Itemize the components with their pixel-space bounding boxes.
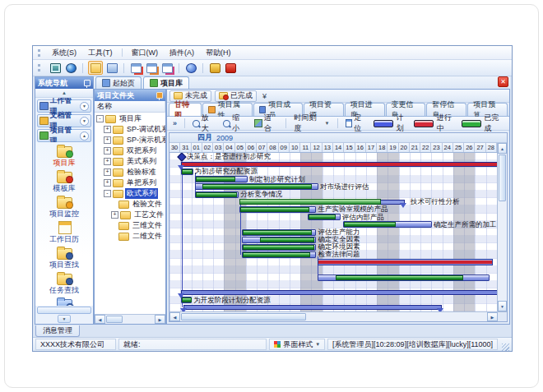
scroll-left-icon[interactable]: ◀: [95, 315, 105, 324]
sidebar-item-project-library[interactable]: 项目库: [53, 145, 76, 168]
window-mail-3-button[interactable]: [160, 62, 174, 74]
timescale-dropdown[interactable]: 时间刻度▼: [291, 112, 332, 135]
expand-icon[interactable]: +: [111, 211, 118, 219]
globe-button[interactable]: [64, 62, 77, 74]
expand-icon[interactable]: +: [104, 179, 111, 187]
expand-icon[interactable]: +: [104, 168, 111, 176]
menu-help[interactable]: 帮助(H): [200, 47, 237, 59]
pin-icon[interactable]: [156, 92, 163, 99]
menu-system[interactable]: 系统(S): [46, 47, 82, 59]
summary-bar[interactable]: [183, 305, 442, 310]
task-bar[interactable]: [242, 251, 317, 258]
sidebar-item-project-doc-search[interactable]: 项目文档查找: [42, 297, 86, 306]
scroll-right-icon[interactable]: ▶: [155, 315, 165, 324]
tab-start-page[interactable]: 起始页: [95, 76, 142, 89]
scrollbar-thumb[interactable]: [106, 316, 123, 323]
menubar-grip[interactable]: [38, 49, 42, 57]
main-toolbar: [33, 60, 512, 76]
toolbar-separator: [202, 63, 203, 73]
chevron-up-icon[interactable]: ▲: [80, 131, 89, 141]
expand-icon[interactable]: +: [104, 158, 111, 165]
window-mail-2-button[interactable]: [145, 62, 158, 74]
task-bar[interactable]: [195, 176, 248, 182]
task-bar[interactable]: [239, 206, 317, 213]
task-bar[interactable]: [181, 168, 193, 175]
task-bar[interactable]: [318, 274, 490, 281]
tree-node[interactable]: +双把系列: [95, 145, 165, 156]
monitor-button[interactable]: [49, 62, 62, 74]
task-bar[interactable]: [242, 229, 317, 236]
magnifier-icon: [66, 303, 74, 306]
sidebar-item-template-library[interactable]: 模板库: [53, 170, 76, 194]
close-icon[interactable]: ✕: [498, 76, 508, 87]
tree-node[interactable]: +检验标准: [95, 167, 165, 178]
chevron-down-icon[interactable]: ▼: [80, 117, 89, 126]
gantt-vertical-scrollbar[interactable]: ▲ ▼: [497, 143, 507, 311]
scroll-up-icon[interactable]: ▲: [498, 143, 507, 154]
group-project-mgmt[interactable]: 项目管理▲: [37, 129, 91, 142]
toolbar-expand-button[interactable]: »: [170, 118, 179, 128]
collapsed-group-sliver[interactable]: [37, 307, 91, 314]
menu-window[interactable]: 窗口(W): [126, 47, 165, 59]
ui-style-button[interactable]: 界面样式 ▼: [269, 339, 325, 350]
expand-icon[interactable]: +: [104, 136, 111, 144]
nav-scroll-down-button[interactable]: ▼: [58, 315, 71, 323]
scroll-left-icon[interactable]: ◀: [169, 312, 180, 321]
gantt-horizontal-scrollbar[interactable]: ◀ ▶: [169, 311, 498, 321]
zoom-out-button[interactable]: 缩小: [220, 112, 248, 135]
summary-bar[interactable]: [181, 290, 497, 295]
task-bar[interactable]: [195, 191, 239, 198]
window-mail-1-button[interactable]: [129, 62, 142, 74]
task-bar[interactable]: [242, 237, 317, 243]
lock-button[interactable]: [208, 62, 221, 74]
sidebar-item-task-search[interactable]: 任务查找: [49, 272, 79, 296]
menu-plugins[interactable]: 插件(A): [164, 47, 200, 59]
locate-button[interactable]: 定位: [343, 112, 371, 135]
message-management-tab[interactable]: 消息管理: [35, 325, 80, 337]
expand-icon[interactable]: +: [104, 126, 111, 133]
task-bar[interactable]: [242, 244, 317, 251]
tree-node[interactable]: 三维文件: [95, 220, 165, 231]
tree-node[interactable]: 二维文件: [95, 231, 165, 242]
sidebar-item-work-calendar[interactable]: 工作日历: [49, 221, 79, 245]
inprogress-bar[interactable]: [318, 259, 493, 265]
chevron-down-icon[interactable]: ▼: [80, 102, 89, 111]
help-button[interactable]: [184, 62, 197, 74]
sidebar-item-project-monitor[interactable]: 项目监控: [49, 196, 79, 219]
toolbar-grip[interactable]: [38, 64, 42, 71]
task-label: 制定初步研究计划: [249, 176, 305, 183]
day-header-cell: 30: [169, 143, 180, 152]
scrollbar-thumb[interactable]: [181, 313, 306, 321]
power-button[interactable]: [224, 62, 237, 74]
collapse-icon[interactable]: -: [96, 115, 104, 122]
summary-bar[interactable]: [181, 162, 497, 167]
folder-window-button[interactable]: [105, 62, 118, 74]
tab-project-library[interactable]: 项目库: [143, 76, 189, 89]
tree-node[interactable]: -项目库: [95, 113, 165, 124]
tree-node[interactable]: +单把系列: [95, 178, 165, 188]
tree-node[interactable]: +工艺文件: [95, 210, 165, 220]
folder-open-button[interactable]: [88, 61, 103, 75]
scroll-right-icon[interactable]: ▶: [487, 312, 498, 321]
tree-horizontal-scrollbar[interactable]: ◀ ▶: [95, 314, 165, 324]
tree-node[interactable]: +美式系列: [95, 156, 165, 167]
tree-node[interactable]: +SP-调试机系: [95, 124, 165, 135]
sidebar-item-project-search[interactable]: 项目查找: [49, 247, 79, 270]
menu-tools[interactable]: 工具(T): [82, 47, 118, 59]
tree-node[interactable]: -欧式系列: [95, 188, 165, 199]
task-bar[interactable]: [181, 297, 192, 303]
scrollbar-thumb[interactable]: [499, 154, 506, 201]
expand-icon[interactable]: +: [104, 147, 111, 154]
scroll-down-icon[interactable]: ▼: [498, 301, 507, 311]
tree-column-header[interactable]: 名称: [95, 101, 165, 113]
legend-label: 进行中: [437, 113, 458, 134]
task-bar[interactable]: [308, 214, 340, 220]
tree-node[interactable]: +SP-演示机系: [95, 135, 165, 145]
tree-node[interactable]: 检验文件: [95, 199, 165, 210]
pin-icon[interactable]: [84, 80, 90, 86]
zoom-in-button[interactable]: 放大: [190, 112, 218, 135]
fit-button[interactable]: 适合: [252, 112, 281, 135]
collapse-icon[interactable]: -: [104, 190, 111, 197]
resize-grip[interactable]: [502, 344, 509, 351]
nav-scroll-up-button[interactable]: ▲: [35, 89, 93, 98]
